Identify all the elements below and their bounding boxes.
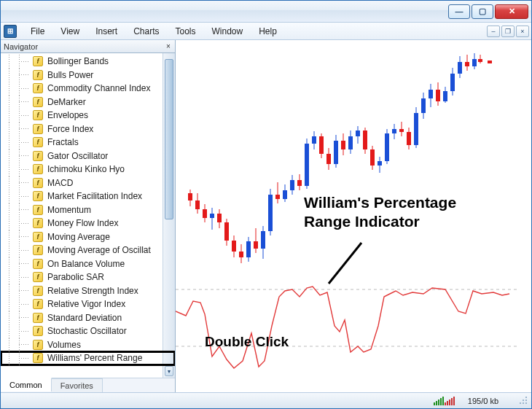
- svg-rect-23: [268, 195, 273, 231]
- svg-rect-82: [488, 61, 492, 63]
- navigator-item-bollinger-bands[interactable]: fBollinger Bands: [1, 55, 175, 69]
- navigator-item-stochastic-oscillator[interactable]: fStochastic Oscillator: [1, 324, 175, 338]
- navigator-item-label: Volumes: [47, 340, 81, 350]
- navigator-tabstrip: Common Favorites: [1, 378, 175, 392]
- navigator-item-moving-average[interactable]: fMoving Average: [1, 230, 175, 244]
- menu-help[interactable]: Help: [251, 24, 285, 39]
- svg-rect-59: [399, 129, 404, 132]
- content: Navigator × fBollinger BandsfBulls Power…: [1, 40, 531, 392]
- svg-rect-27: [283, 190, 287, 199]
- indicator-file-icon: f: [33, 178, 43, 188]
- svg-rect-77: [465, 62, 469, 66]
- navigator-item-label: On Balance Volume: [47, 259, 125, 269]
- indicator-file-icon: f: [33, 272, 43, 282]
- navigator-item-money-flow-index[interactable]: fMoney Flow Index: [1, 217, 175, 230]
- svg-rect-9: [217, 214, 222, 222]
- indicator-file-icon: f: [33, 259, 43, 269]
- svg-rect-19: [254, 241, 258, 249]
- navigator-item-standard-deviation[interactable]: fStandard Deviation: [1, 311, 175, 325]
- navigator-tree: fBollinger BandsfBulls PowerfCommodity C…: [1, 53, 175, 378]
- navigator-scrollbar-thumb[interactable]: [165, 59, 173, 219]
- navigator-item-market-facilitation-index[interactable]: fMarket Facilitation Index: [1, 190, 175, 203]
- navigator-item-label: Parabolic SAR: [47, 272, 104, 282]
- indicator-file-icon: f: [33, 340, 43, 350]
- menu-file[interactable]: File: [23, 24, 52, 39]
- indicator-file-icon: f: [33, 326, 43, 336]
- indicator-file-icon: f: [33, 164, 43, 174]
- indicator-file-icon: f: [33, 110, 43, 120]
- navigator-item-bulls-power[interactable]: fBulls Power: [1, 69, 175, 82]
- navigator-item-force-index[interactable]: fForce Index: [1, 122, 175, 136]
- indicator-file-icon: f: [33, 232, 43, 242]
- svg-rect-63: [414, 113, 418, 145]
- indicator-file-icon: f: [33, 218, 43, 228]
- indicator-file-icon: f: [33, 70, 43, 80]
- svg-rect-33: [305, 144, 309, 186]
- menu-charts[interactable]: Charts: [125, 24, 167, 39]
- navigator-item-commodity-channel-index[interactable]: fCommodity Channel Index: [1, 82, 175, 96]
- navigator-item-williams-percent-range[interactable]: fWilliams' Percent Range: [1, 351, 175, 365]
- indicator-file-icon: f: [33, 245, 43, 255]
- navigator-item-demarker[interactable]: fDeMarker: [1, 96, 175, 109]
- menu-tools[interactable]: Tools: [168, 24, 204, 39]
- navigator-item-label: Fractals: [47, 137, 79, 147]
- navigator-item-fractals[interactable]: fFractals: [1, 136, 175, 149]
- indicator-file-icon: f: [33, 353, 43, 363]
- svg-rect-1: [188, 193, 192, 200]
- navigator-item-relative-vigor-index[interactable]: fRelative Vigor Index: [1, 297, 175, 311]
- navigator-item-label: Gator Oscillator: [47, 151, 108, 161]
- app-icon: ⊞: [4, 25, 17, 38]
- navigator-item-envelopes[interactable]: fEnvelopes: [1, 109, 175, 122]
- svg-rect-17: [246, 241, 251, 257]
- window-minimize-button[interactable]: —: [448, 4, 470, 19]
- navigator-item-label: DeMarker: [47, 97, 86, 107]
- svg-rect-69: [436, 90, 440, 101]
- navigator-tab-favorites[interactable]: Favorites: [52, 378, 103, 392]
- navigator-item-gator-oscillator[interactable]: fGator Oscillator: [1, 149, 175, 163]
- navigator-item-relative-strength-index[interactable]: fRelative Strength Index: [1, 284, 175, 298]
- menu-window[interactable]: Window: [204, 24, 251, 39]
- mdi-minimize-button[interactable]: –: [487, 26, 500, 37]
- navigator-item-label: Bollinger Bands: [47, 56, 109, 66]
- navigator-item-momentum[interactable]: fMomentum: [1, 203, 175, 217]
- navigator-close-button[interactable]: ×: [164, 42, 173, 50]
- svg-rect-13: [232, 241, 236, 252]
- navigator-item-label: Williams' Percent Range: [47, 353, 142, 363]
- window-maximize-button[interactable]: ▢: [472, 4, 493, 19]
- navigator-item-parabolic-sar[interactable]: fParabolic SAR: [1, 270, 175, 284]
- svg-line-85: [329, 243, 361, 284]
- svg-rect-67: [429, 90, 433, 98]
- menu-view[interactable]: View: [52, 24, 87, 39]
- mdi-restore-button[interactable]: ❐: [501, 26, 515, 37]
- navigator-item-on-balance-volume[interactable]: fOn Balance Volume: [1, 257, 175, 271]
- resize-grip[interactable]: [519, 396, 529, 406]
- svg-rect-21: [261, 231, 265, 249]
- menu-insert[interactable]: Insert: [87, 24, 125, 39]
- navigator-item-label: Envelopes: [47, 110, 88, 120]
- svg-rect-5: [203, 209, 207, 218]
- navigator-tab-common[interactable]: Common: [1, 378, 52, 392]
- menubar: ⊞ File View Insert Charts Tools Window H…: [1, 23, 531, 40]
- svg-rect-35: [312, 136, 316, 144]
- svg-rect-73: [450, 74, 455, 91]
- svg-rect-75: [458, 62, 462, 74]
- chart-area[interactable]: William's Percentage Range Indicator Dou…: [176, 40, 531, 392]
- svg-rect-55: [385, 133, 389, 161]
- svg-rect-15: [239, 252, 243, 257]
- navigator-scroll-down-button[interactable]: ▾: [165, 366, 173, 376]
- mdi-close-button[interactable]: ×: [516, 26, 529, 37]
- svg-rect-53: [378, 161, 382, 165]
- navigator-item-moving-average-of-oscillat[interactable]: fMoving Average of Oscillat: [1, 244, 175, 257]
- navigator-item-macd[interactable]: fMACD: [1, 176, 175, 190]
- svg-rect-57: [392, 129, 396, 133]
- svg-rect-81: [478, 59, 482, 62]
- navigator-item-label: Moving Average of Oscillat: [47, 245, 151, 255]
- navigator-item-label: Force Index: [47, 124, 93, 134]
- window-close-button[interactable]: ✕: [495, 4, 528, 19]
- navigator-item-label: Stochastic Oscillator: [47, 326, 127, 336]
- navigator-item-ichimoku-kinko-hyo[interactable]: fIchimoku Kinko Hyo: [1, 163, 175, 176]
- indicator-file-icon: f: [33, 191, 43, 201]
- navigator-item-volumes[interactable]: fVolumes: [1, 338, 175, 352]
- navigator-item-label: Market Facilitation Index: [47, 191, 142, 201]
- indicator-file-icon: f: [33, 83, 43, 93]
